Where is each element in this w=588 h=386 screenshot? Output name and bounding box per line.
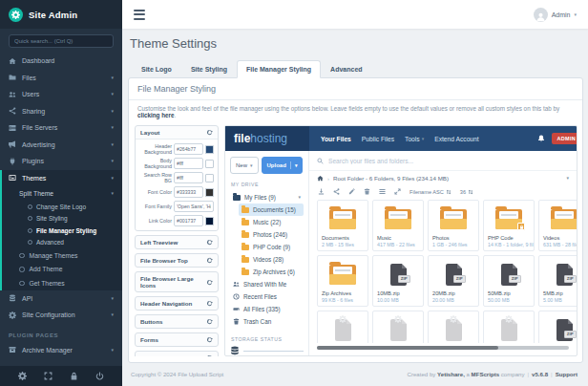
tree-shared-with-me[interactable]: Shared With Me: [230, 278, 304, 290]
link-color-input[interactable]: [174, 215, 203, 226]
accordion-header-navigation[interactable]: Header Navigation: [136, 297, 218, 310]
tab-site-logo[interactable]: Site Logo: [132, 60, 181, 78]
tile-10mb-zip[interactable]: ZIP 10MB.zip10.00 MB: [372, 255, 424, 307]
sidebar-item-site-configuration[interactable]: Site Configuration▾: [0, 307, 122, 324]
reset-icon[interactable]: [206, 279, 213, 286]
tree-photos[interactable]: Photos (246): [239, 228, 304, 241]
fullscreen-icon[interactable]: [44, 372, 52, 380]
fm-nav-your-files[interactable]: Your Files: [321, 136, 351, 142]
tile-20mb-zip[interactable]: ZIP 20MB.zip20.00 MB: [428, 255, 479, 307]
tile-loading[interactable]: [317, 311, 368, 343]
sort-control[interactable]: Filename ASC: [410, 189, 452, 195]
tree-music[interactable]: Music (22): [239, 216, 304, 228]
tile-videos[interactable]: Videos631 MB - 28 files: [538, 200, 577, 251]
tab-site-styling[interactable]: Site Styling: [181, 60, 237, 78]
power-icon[interactable]: [95, 372, 104, 380]
tile-loading[interactable]: [428, 311, 479, 343]
tree-documents[interactable]: Documents (15): [239, 204, 304, 216]
quick-search-input[interactable]: [9, 34, 114, 48]
fm-logo[interactable]: filehosting: [225, 126, 309, 151]
new-button[interactable]: New▾: [230, 157, 259, 174]
color-swatch[interactable]: [205, 160, 214, 168]
sidebar-item-users[interactable]: Users▾: [0, 86, 122, 103]
reset-icon[interactable]: [206, 257, 213, 264]
sidebar-item-themes[interactable]: Themes▾: [2, 170, 122, 187]
sidebar-item-site-styling[interactable]: Site Styling: [2, 213, 122, 225]
tile-50mb-zip[interactable]: ZIP 50MB.zip50.00 MB: [483, 255, 535, 307]
gear-icon[interactable]: [18, 372, 27, 380]
reset-icon[interactable]: [206, 318, 213, 325]
sidebar-item-plugins[interactable]: Plugins▾: [0, 153, 122, 170]
sidebar-item-sharing[interactable]: Sharing▾: [0, 103, 122, 120]
sidebar-item-advertising[interactable]: Advertising▾: [0, 137, 122, 154]
fm-nav-tools[interactable]: Tools▾: [405, 136, 424, 142]
sidebar-item-file-servers[interactable]: File Servers▾: [0, 119, 122, 137]
color-swatch[interactable]: [205, 188, 214, 197]
header-background-input[interactable]: [174, 143, 203, 155]
tree-trash-can[interactable]: Trash Can: [230, 315, 304, 328]
sidebar-item-files[interactable]: Files▾: [0, 70, 122, 87]
search-row-bg-input[interactable]: [174, 172, 203, 183]
sidebar-item-add-theme[interactable]: Add Theme: [2, 263, 122, 277]
accordion-layout-header[interactable]: Layout: [136, 126, 218, 139]
page-size-control[interactable]: 36: [460, 189, 473, 195]
download-icon[interactable]: [318, 188, 325, 195]
accordion-left-treeview[interactable]: Left Treeview: [136, 236, 218, 248]
accordion-file-browser-top[interactable]: File Browser Top: [136, 254, 218, 267]
scrollbar-thumb[interactable]: [317, 346, 498, 350]
reset-icon[interactable]: [206, 354, 213, 356]
edit-icon[interactable]: [348, 188, 355, 195]
tree-my-files[interactable]: My Files (9)▾: [230, 191, 304, 204]
fm-admin-badge[interactable]: ADMIN: [552, 133, 578, 144]
tree-recent-files[interactable]: Recent Files: [230, 290, 304, 303]
clear-styles-link[interactable]: clicking here: [137, 112, 175, 118]
tree-all-files[interactable]: All Files (335): [230, 303, 304, 315]
sidebar-item-manage-themes[interactable]: Manage Themes: [2, 248, 122, 263]
reset-icon[interactable]: [206, 336, 213, 343]
sidebar-item-split-theme[interactable]: Split Theme▾: [2, 186, 122, 201]
reset-icon[interactable]: [206, 129, 213, 136]
tile-php-code[interactable]: PHP Code14 KB - 1 folder, 9 fil..: [483, 200, 535, 251]
fm-search-input[interactable]: [328, 158, 569, 164]
accordion-modals[interactable]: Modals: [136, 352, 218, 356]
sidebar-item-change-site-logo[interactable]: Change Site Logo: [2, 201, 122, 213]
tile-loading[interactable]: [483, 311, 535, 343]
bell-icon[interactable]: [537, 135, 545, 142]
upload-button[interactable]: Upload▾: [262, 157, 304, 174]
tree-php-code[interactable]: PHP Code (9): [239, 241, 304, 253]
accordion-buttons[interactable]: Buttons: [136, 315, 218, 328]
tile-zip-archives[interactable]: Zip Archives99 KB - 6 files: [317, 255, 368, 307]
sidebar-item-advanced[interactable]: Advanced: [2, 237, 122, 249]
color-swatch[interactable]: [205, 174, 214, 182]
accordion-file-browser-large-icons[interactable]: File Browser Large Icons: [136, 272, 218, 291]
font-family-input[interactable]: [174, 201, 214, 212]
support-link[interactable]: Support: [556, 371, 578, 377]
fm-nav-extend-account[interactable]: Extend Account: [434, 136, 478, 142]
tile-loading[interactable]: [372, 311, 424, 343]
lock-icon[interactable]: [70, 372, 78, 380]
reset-icon[interactable]: [206, 239, 213, 246]
sidebar-item-get-themes[interactable]: Get Themes: [2, 276, 122, 290]
tree-videos[interactable]: Videos (28): [239, 253, 304, 266]
tab-advanced[interactable]: Advanced: [321, 60, 371, 78]
body-background-input[interactable]: [174, 158, 203, 169]
tile-loading[interactable]: ZIP: [538, 311, 577, 343]
accordion-forms[interactable]: Forms: [136, 333, 218, 346]
sidebar-item-archive-manager[interactable]: Archive Manager▾: [0, 342, 122, 359]
fm-nav-public-files[interactable]: Public Files: [362, 136, 394, 142]
hamburger-menu-icon[interactable]: [134, 10, 145, 20]
color-swatch[interactable]: [205, 145, 214, 154]
tile-photos[interactable]: Photos1 GB - 246 files: [428, 200, 479, 251]
sidebar-item-dashboard[interactable]: Dashboard: [0, 53, 122, 70]
trash-icon[interactable]: [364, 188, 370, 195]
color-swatch[interactable]: [205, 217, 214, 225]
sidebar-item-api[interactable]: API▾: [0, 290, 122, 308]
tab-file-manager-styling[interactable]: File Manager Styling: [237, 60, 321, 78]
share-icon[interactable]: [333, 188, 340, 195]
horizontal-scrollbar[interactable]: [317, 346, 569, 350]
reset-icon[interactable]: [206, 300, 213, 307]
user-menu[interactable]: Admin ▾: [534, 8, 577, 22]
tile-5mb-zip[interactable]: ZIP 5MB.zip5.00 MB: [538, 255, 577, 307]
font-color-input[interactable]: [174, 186, 203, 198]
list-view-icon[interactable]: [379, 188, 386, 195]
